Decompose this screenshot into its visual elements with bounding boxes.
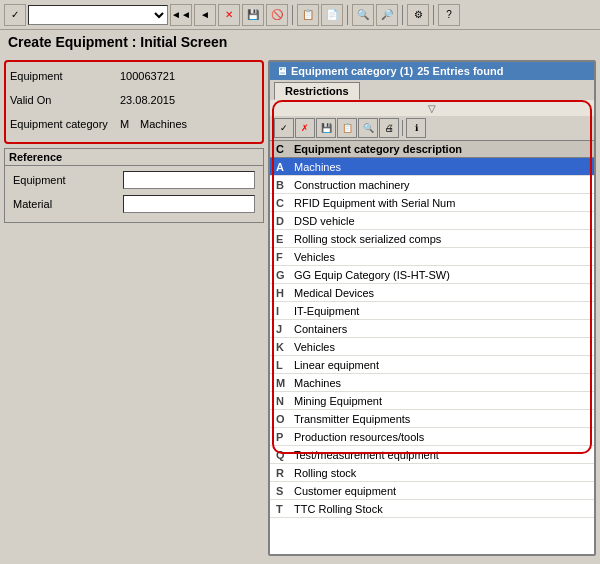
dd-sep <box>402 120 403 136</box>
list-item[interactable]: OTransmitter Equipments <box>270 410 594 428</box>
dd-search-btn[interactable]: 🔍 <box>358 118 378 138</box>
list-item[interactable]: MMachines <box>270 374 594 392</box>
list-item[interactable]: BConstruction machinery <box>270 176 594 194</box>
main-form-highlighted: Equipment 100063721 Valid On 23.08.2015 … <box>4 60 264 144</box>
list-item[interactable]: SCustomer equipment <box>270 482 594 500</box>
cancel-red[interactable]: ✕ <box>218 4 240 26</box>
row-desc: Medical Devices <box>294 287 374 299</box>
row-desc: Machines <box>294 377 341 389</box>
list-item[interactable]: NMining Equipment <box>270 392 594 410</box>
tab-bar: Restrictions <box>270 80 594 100</box>
find-next-btn[interactable]: 🔎 <box>376 4 398 26</box>
filter-funnel-icon: ▽ <box>428 103 436 114</box>
dd-print-btn[interactable]: 🖨 <box>379 118 399 138</box>
row-desc: Test/measurement equipment <box>294 449 439 461</box>
find-btn[interactable]: 🔍 <box>352 4 374 26</box>
row-desc: DSD vehicle <box>294 215 355 227</box>
row-code: D <box>276 215 294 227</box>
settings-btn[interactable]: ⚙ <box>407 4 429 26</box>
dd-save-btn[interactable]: 💾 <box>316 118 336 138</box>
row-code: F <box>276 251 294 263</box>
list-item[interactable]: IIT-Equipment <box>270 302 594 320</box>
list-item[interactable]: TTTC Rolling Stock <box>270 500 594 518</box>
list-item[interactable]: FVehicles <box>270 248 594 266</box>
equipment-value: 100063721 <box>120 70 175 82</box>
row-desc: RFID Equipment with Serial Num <box>294 197 455 209</box>
ref-equipment-input[interactable] <box>123 171 255 189</box>
row-code: S <box>276 485 294 497</box>
main-layout: Equipment 100063721 Valid On 23.08.2015 … <box>0 56 600 560</box>
list-item[interactable]: HMedical Devices <box>270 284 594 302</box>
list-item[interactable]: AMachines <box>270 158 594 176</box>
nav-back-back[interactable]: ◄◄ <box>170 4 192 26</box>
row-code: A <box>276 161 294 173</box>
dd-cancel-btn[interactable]: ✗ <box>295 118 315 138</box>
row-desc: Machines <box>294 161 341 173</box>
list-item[interactable]: LLinear equipment <box>270 356 594 374</box>
row-code: B <box>276 179 294 191</box>
row-code: O <box>276 413 294 425</box>
dd-copy-btn[interactable]: 📋 <box>337 118 357 138</box>
row-code: J <box>276 323 294 335</box>
equipment-category-row: Equipment category M Machines <box>10 114 258 134</box>
dropdown-title: Equipment category (1) <box>291 65 413 77</box>
list-item[interactable]: ERolling stock serialized comps <box>270 230 594 248</box>
list-item[interactable]: CRFID Equipment with Serial Num <box>270 194 594 212</box>
filter-icon-row: ▽ <box>270 100 594 116</box>
restrictions-tab[interactable]: Restrictions <box>274 82 360 100</box>
paste-btn[interactable]: 📄 <box>321 4 343 26</box>
save-green[interactable]: 💾 <box>242 4 264 26</box>
list-item[interactable]: GGG Equip Category (IS-HT-SW) <box>270 266 594 284</box>
equipment-category-dropdown: 🖥 Equipment category (1) 25 Entries foun… <box>268 60 596 556</box>
row-code: E <box>276 233 294 245</box>
checkmark-btn[interactable]: ✓ <box>4 4 26 26</box>
row-desc: Construction machinery <box>294 179 410 191</box>
row-code: M <box>276 377 294 389</box>
list-item[interactable]: KVehicles <box>270 338 594 356</box>
nav-back[interactable]: ◄ <box>194 4 216 26</box>
row-desc: Containers <box>294 323 347 335</box>
row-desc: Vehicles <box>294 341 335 353</box>
dropdown-icon: 🖥 <box>276 65 287 77</box>
cancel-btn2[interactable]: 🚫 <box>266 4 288 26</box>
row-code: H <box>276 287 294 299</box>
category-code: M <box>120 118 136 130</box>
row-desc: Rolling stock <box>294 467 356 479</box>
row-code: C <box>276 197 294 209</box>
row-code: K <box>276 341 294 353</box>
dd-confirm-btn[interactable]: ✓ <box>274 118 294 138</box>
equipment-row: Equipment 100063721 <box>10 66 258 86</box>
row-code: R <box>276 467 294 479</box>
help-btn[interactable]: ? <box>438 4 460 26</box>
ref-material-input[interactable] <box>123 195 255 213</box>
dropdown-header: 🖥 Equipment category (1) 25 Entries foun… <box>270 62 594 80</box>
sep4 <box>433 5 434 25</box>
menu-select[interactable] <box>28 5 168 25</box>
row-desc: Transmitter Equipments <box>294 413 410 425</box>
row-desc: Production resources/tools <box>294 431 424 443</box>
list-item[interactable]: PProduction resources/tools <box>270 428 594 446</box>
row-code: G <box>276 269 294 281</box>
dd-info-btn[interactable]: ℹ <box>406 118 426 138</box>
category-desc: Machines <box>140 118 187 130</box>
reference-section: Equipment Material <box>4 165 264 223</box>
list-item[interactable]: QTest/measurement equipment <box>270 446 594 464</box>
sep3 <box>402 5 403 25</box>
copy-btn[interactable]: 📋 <box>297 4 319 26</box>
equipment-label: Equipment <box>10 70 120 82</box>
row-desc: TTC Rolling Stock <box>294 503 383 515</box>
row-desc: IT-Equipment <box>294 305 359 317</box>
title-text: Create Equipment : Initial Screen <box>8 34 227 50</box>
col-desc-header: Equipment category description <box>294 143 462 155</box>
valid-on-label: Valid On <box>10 94 120 106</box>
list-item[interactable]: DDSD vehicle <box>270 212 594 230</box>
dropdown-toolbar: ✓ ✗ 💾 📋 🔍 🖨 ℹ <box>270 116 594 141</box>
row-code: I <box>276 305 294 317</box>
list-item[interactable]: RRolling stock <box>270 464 594 482</box>
page-title: Create Equipment : Initial Screen <box>0 30 600 56</box>
sep2 <box>347 5 348 25</box>
row-desc: Customer equipment <box>294 485 396 497</box>
ref-equipment-label: Equipment <box>13 174 123 186</box>
category-list[interactable]: AMachinesBConstruction machineryCRFID Eq… <box>270 158 594 554</box>
list-item[interactable]: JContainers <box>270 320 594 338</box>
